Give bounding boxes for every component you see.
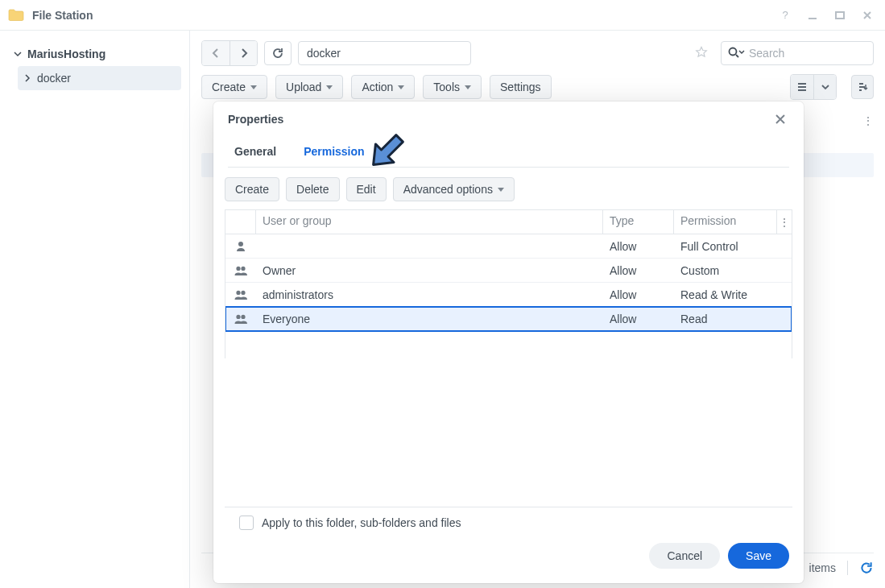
tree-root[interactable]: MariusHosting — [8, 42, 181, 66]
caret-down-icon — [13, 49, 23, 59]
cell-permission: Full Control — [674, 240, 792, 253]
minimize-button[interactable] — [803, 6, 822, 25]
tree-item-label: docker — [37, 72, 71, 85]
table-row[interactable]: AllowFull Control — [225, 234, 792, 259]
col-user[interactable]: User or group — [256, 210, 603, 234]
apply-recursive-label: Apply to this folder, sub-folders and fi… — [262, 516, 461, 529]
close-button[interactable] — [858, 6, 877, 25]
sidebar: MariusHosting docker — [0, 31, 190, 588]
cell-user: Owner — [256, 264, 603, 277]
cell-user: Everyone — [256, 313, 603, 325]
chevron-down-icon — [465, 85, 471, 89]
col-menu-icon[interactable]: ⋮ — [777, 210, 792, 234]
col-permission[interactable]: Permission — [674, 210, 777, 234]
settings-button[interactable]: Settings — [490, 75, 552, 99]
view-dropdown-button[interactable] — [813, 75, 836, 99]
nav-group — [201, 40, 258, 66]
action-label: Action — [362, 81, 393, 93]
save-button[interactable]: Save — [728, 543, 789, 569]
sort-button[interactable] — [851, 75, 874, 99]
cancel-button[interactable]: Cancel — [649, 543, 720, 569]
perm-edit-button[interactable]: Edit — [346, 177, 387, 201]
chevron-down-icon — [326, 85, 333, 89]
col-type[interactable]: Type — [603, 210, 674, 234]
perm-create-button[interactable]: Create — [225, 177, 279, 201]
settings-label: Settings — [500, 81, 541, 93]
tab-permission-label: Permission — [304, 145, 364, 158]
dialog-title: Properties — [228, 113, 283, 126]
create-label: Create — [212, 81, 246, 93]
help-button[interactable]: ? — [775, 6, 795, 25]
create-button[interactable]: Create — [201, 75, 267, 99]
row-overflow-icon[interactable]: ⋮ — [862, 114, 874, 127]
group-icon — [225, 288, 256, 301]
svg-rect-2 — [836, 12, 844, 19]
permissions-table: User or group Type Permission ⋮ AllowFul… — [225, 209, 792, 358]
svg-rect-1 — [808, 18, 817, 19]
status-refresh-button[interactable] — [859, 561, 874, 575]
cell-permission: Read — [674, 313, 792, 325]
cell-permission: Custom — [674, 264, 792, 277]
cell-permission: Read & Write — [674, 288, 792, 301]
group-icon — [225, 313, 256, 325]
perm-delete-button[interactable]: Delete — [286, 177, 339, 201]
search-icon — [727, 46, 743, 59]
person-icon — [225, 240, 256, 253]
chevron-down-icon — [498, 188, 504, 192]
tab-general-label: General — [234, 145, 276, 158]
upload-button[interactable]: Upload — [275, 75, 343, 99]
status-divider — [847, 561, 848, 575]
chevron-down-icon — [398, 85, 404, 89]
perm-advanced-button[interactable]: Advanced options — [393, 177, 515, 201]
action-button[interactable]: Action — [351, 75, 415, 99]
view-list-button[interactable] — [791, 75, 813, 99]
cell-user: administrators — [256, 288, 603, 301]
tab-permission[interactable]: Permission — [297, 137, 370, 168]
perm-delete-label: Delete — [296, 183, 329, 196]
upload-label: Upload — [286, 81, 321, 93]
cell-type: Allow — [603, 264, 674, 277]
perm-advanced-label: Advanced options — [403, 183, 493, 196]
apply-recursive-checkbox[interactable] — [239, 516, 254, 530]
cell-type: Allow — [603, 313, 674, 325]
caret-right-icon — [23, 73, 32, 83]
window-title: File Station — [32, 9, 93, 22]
tree-item-docker[interactable]: docker — [18, 66, 181, 90]
tab-general[interactable]: General — [228, 137, 283, 168]
folder-icon — [8, 9, 24, 22]
dialog-close-button[interactable] — [771, 110, 789, 128]
chevron-down-icon — [250, 85, 257, 89]
tree-root-label: MariusHosting — [27, 48, 105, 60]
path-input[interactable] — [298, 41, 471, 65]
table-row[interactable]: OwnerAllowCustom — [225, 259, 792, 283]
nav-back-button[interactable] — [202, 41, 230, 65]
maximize-button[interactable] — [830, 6, 850, 25]
nav-forward-button[interactable] — [230, 41, 257, 65]
cell-type: Allow — [603, 288, 674, 301]
svg-point-3 — [730, 48, 737, 56]
svg-text:?: ? — [782, 9, 788, 21]
table-header: User or group Type Permission ⋮ — [225, 210, 792, 234]
cell-type: Allow — [603, 240, 674, 253]
window-titlebar: File Station ? — [0, 0, 885, 31]
tools-label: Tools — [433, 81, 460, 93]
perm-edit-label: Edit — [357, 183, 376, 196]
items-label: items — [809, 561, 836, 574]
properties-dialog: Properties General Permission Create Del… — [213, 101, 804, 583]
table-row[interactable]: administratorsAllowRead & Write — [225, 283, 792, 307]
perm-create-label: Create — [235, 183, 269, 196]
reload-button[interactable] — [264, 41, 292, 65]
table-row[interactable]: EveryoneAllowRead — [225, 307, 792, 331]
group-icon — [225, 264, 256, 277]
star-icon[interactable] — [695, 46, 708, 59]
tools-button[interactable]: Tools — [423, 75, 482, 99]
